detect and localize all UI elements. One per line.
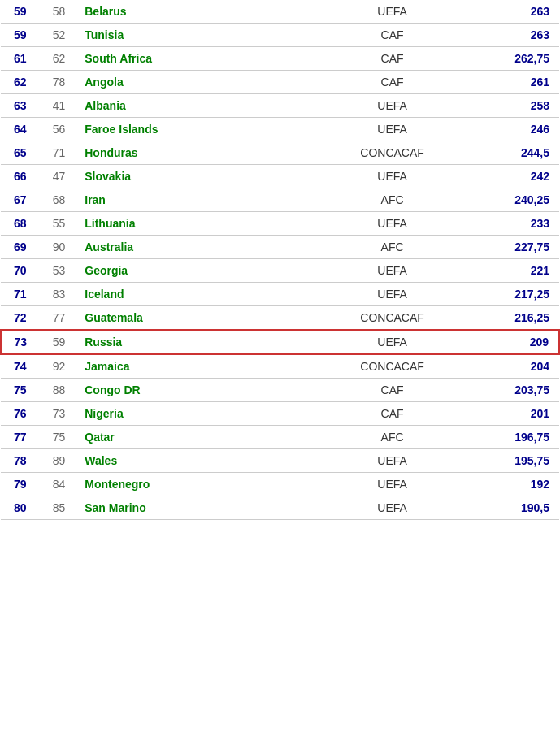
- rank-cell: 74: [1, 354, 40, 379]
- table-row: 74 92 Jamaica CONCACAF 204: [1, 354, 559, 379]
- table-row: 64 56 Faroe Islands UEFA 246: [1, 118, 559, 141]
- rank-cell: 69: [1, 236, 40, 259]
- prev-rank-cell: 83: [40, 283, 79, 306]
- confederation-cell: CAF: [310, 47, 474, 71]
- rankings-table: 59 58 Belarus UEFA 263 59 52 Tunisia CAF…: [0, 0, 560, 520]
- rank-cell: 78: [1, 449, 40, 473]
- prev-rank-cell: 53: [40, 259, 79, 283]
- table-row: 69 90 Australia AFC 227,75: [1, 236, 559, 259]
- confederation-cell: UEFA: [310, 118, 474, 141]
- prev-rank-cell: 78: [40, 71, 79, 94]
- prev-rank-cell: 52: [40, 24, 79, 47]
- rank-cell: 68: [1, 212, 40, 236]
- points-cell: 258: [474, 94, 559, 118]
- points-cell: 195,75: [474, 449, 559, 473]
- prev-rank-cell: 92: [40, 354, 79, 379]
- prev-rank-cell: 47: [40, 165, 79, 188]
- rank-cell: 61: [1, 47, 40, 71]
- prev-rank-cell: 41: [40, 94, 79, 118]
- rank-cell: 66: [1, 165, 40, 188]
- country-cell: Jamaica: [78, 354, 310, 379]
- prev-rank-cell: 90: [40, 236, 79, 259]
- points-cell: 242: [474, 165, 559, 188]
- points-cell: 263: [474, 24, 559, 47]
- country-cell: Iceland: [78, 283, 310, 306]
- country-cell: Faroe Islands: [78, 118, 310, 141]
- country-cell: Iran: [78, 188, 310, 212]
- points-cell: 221: [474, 259, 559, 283]
- prev-rank-cell: 62: [40, 47, 79, 71]
- confederation-cell: UEFA: [310, 283, 474, 306]
- confederation-cell: CONCACAF: [310, 141, 474, 165]
- confederation-cell: UEFA: [310, 212, 474, 236]
- table-row: 73 59 Russia UEFA 209: [1, 330, 559, 354]
- points-cell: 227,75: [474, 236, 559, 259]
- country-cell: Montenegro: [78, 473, 310, 496]
- confederation-cell: UEFA: [310, 330, 474, 354]
- points-cell: 204: [474, 354, 559, 379]
- points-cell: 240,25: [474, 188, 559, 212]
- prev-rank-cell: 71: [40, 141, 79, 165]
- country-cell: Australia: [78, 236, 310, 259]
- rank-cell: 76: [1, 402, 40, 426]
- confederation-cell: UEFA: [310, 94, 474, 118]
- rank-cell: 59: [1, 0, 40, 24]
- table-row: 59 52 Tunisia CAF 263: [1, 24, 559, 47]
- table-row: 61 62 South Africa CAF 262,75: [1, 47, 559, 71]
- table-row: 67 68 Iran AFC 240,25: [1, 188, 559, 212]
- table-row: 72 77 Guatemala CONCACAF 216,25: [1, 306, 559, 331]
- confederation-cell: UEFA: [310, 165, 474, 188]
- country-cell: Guatemala: [78, 306, 310, 331]
- table-row: 65 71 Honduras CONCACAF 244,5: [1, 141, 559, 165]
- confederation-cell: CONCACAF: [310, 306, 474, 331]
- confederation-cell: UEFA: [310, 496, 474, 520]
- table-row: 76 73 Nigeria CAF 201: [1, 402, 559, 426]
- table-row: 59 58 Belarus UEFA 263: [1, 0, 559, 24]
- points-cell: 203,75: [474, 379, 559, 402]
- confederation-cell: CAF: [310, 71, 474, 94]
- prev-rank-cell: 75: [40, 426, 79, 449]
- table-row: 79 84 Montenegro UEFA 192: [1, 473, 559, 496]
- confederation-cell: CAF: [310, 402, 474, 426]
- prev-rank-cell: 55: [40, 212, 79, 236]
- confederation-cell: UEFA: [310, 449, 474, 473]
- rank-cell: 77: [1, 426, 40, 449]
- rank-cell: 64: [1, 118, 40, 141]
- confederation-cell: AFC: [310, 426, 474, 449]
- table-row: 80 85 San Marino UEFA 190,5: [1, 496, 559, 520]
- table-row: 68 55 Lithuania UEFA 233: [1, 212, 559, 236]
- points-cell: 209: [474, 330, 559, 354]
- table-row: 70 53 Georgia UEFA 221: [1, 259, 559, 283]
- prev-rank-cell: 59: [40, 330, 79, 354]
- points-cell: 246: [474, 118, 559, 141]
- country-cell: Nigeria: [78, 402, 310, 426]
- country-cell: Belarus: [78, 0, 310, 24]
- points-cell: 216,25: [474, 306, 559, 331]
- confederation-cell: UEFA: [310, 0, 474, 24]
- points-cell: 190,5: [474, 496, 559, 520]
- rank-cell: 72: [1, 306, 40, 331]
- prev-rank-cell: 56: [40, 118, 79, 141]
- rank-cell: 71: [1, 283, 40, 306]
- confederation-cell: AFC: [310, 236, 474, 259]
- table-row: 63 41 Albania UEFA 258: [1, 94, 559, 118]
- table-row: 66 47 Slovakia UEFA 242: [1, 165, 559, 188]
- points-cell: 263: [474, 0, 559, 24]
- country-cell: Wales: [78, 449, 310, 473]
- confederation-cell: CAF: [310, 379, 474, 402]
- country-cell: San Marino: [78, 496, 310, 520]
- confederation-cell: CAF: [310, 24, 474, 47]
- rank-cell: 65: [1, 141, 40, 165]
- table-row: 78 89 Wales UEFA 195,75: [1, 449, 559, 473]
- country-cell: Qatar: [78, 426, 310, 449]
- country-cell: Congo DR: [78, 379, 310, 402]
- rank-cell: 59: [1, 24, 40, 47]
- rank-cell: 62: [1, 71, 40, 94]
- rank-cell: 75: [1, 379, 40, 402]
- rank-cell: 73: [1, 330, 40, 354]
- prev-rank-cell: 68: [40, 188, 79, 212]
- country-cell: Tunisia: [78, 24, 310, 47]
- prev-rank-cell: 58: [40, 0, 79, 24]
- points-cell: 262,75: [474, 47, 559, 71]
- rank-cell: 70: [1, 259, 40, 283]
